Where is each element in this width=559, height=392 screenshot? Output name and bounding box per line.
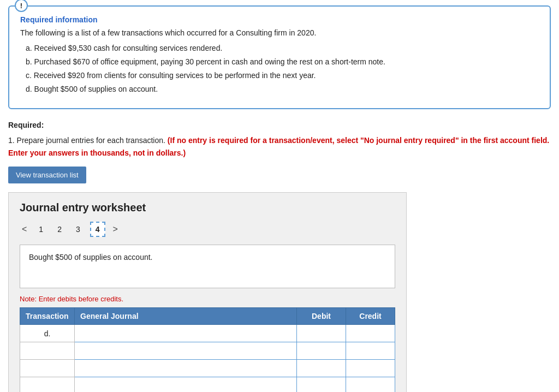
step-label: 1. Prepare journal entries for each tran… — [8, 136, 165, 145]
info-box-intro: The following is a list of a few transac… — [20, 28, 539, 37]
list-item: d. Bought $500 of supplies on account. — [26, 84, 539, 95]
list-item: b. Purchased $670 of office equipment, p… — [26, 56, 539, 68]
tab-2[interactable]: 2 — [53, 223, 66, 236]
info-box-title: Required information — [20, 15, 539, 24]
credit-cell[interactable] — [346, 377, 395, 392]
info-icon: ! — [15, 0, 28, 12]
journal-cell[interactable] — [75, 325, 297, 342]
col-general-journal: General Journal — [75, 308, 297, 325]
tab-1[interactable]: 1 — [34, 223, 47, 236]
transaction-list: a. Received $9,530 cash for consulting s… — [20, 43, 539, 95]
worksheet-title: Journal entry worksheet — [20, 201, 395, 214]
debit-cell[interactable] — [297, 325, 346, 342]
prev-arrow[interactable]: < — [20, 223, 29, 235]
required-label: Required: — [8, 121, 44, 129]
journal-cell[interactable] — [75, 377, 297, 392]
transaction-cell: d. — [20, 325, 75, 342]
transaction-cell — [20, 377, 75, 392]
debit-input[interactable] — [301, 347, 341, 355]
journal-cell[interactable] — [75, 342, 297, 360]
journal-table: Transaction General Journal Debit Credit… — [20, 307, 395, 392]
journal-cell[interactable] — [75, 360, 297, 377]
tab-4[interactable]: 4 — [90, 222, 105, 237]
table-row — [20, 360, 395, 377]
debit-input[interactable] — [301, 365, 341, 373]
next-arrow[interactable]: > — [111, 223, 120, 235]
debit-cell[interactable] — [297, 342, 346, 360]
list-item: a. Received $9,530 cash for consulting s… — [26, 43, 539, 54]
transaction-description: Bought $500 of supplies on account. — [20, 245, 395, 288]
info-box: ! Required information The following is … — [8, 5, 551, 109]
credit-cell[interactable] — [346, 325, 395, 342]
tab-3[interactable]: 3 — [72, 223, 85, 236]
credit-input[interactable] — [350, 347, 390, 355]
transaction-cell — [20, 360, 75, 377]
credit-input[interactable] — [350, 365, 390, 373]
required-section: Required: 1. Prepare journal entries for… — [8, 119, 551, 159]
debit-input[interactable] — [301, 330, 341, 338]
journal-input[interactable] — [79, 365, 292, 373]
credit-input[interactable] — [350, 382, 390, 390]
debit-input[interactable] — [301, 382, 341, 390]
debit-cell[interactable] — [297, 360, 346, 377]
credit-input[interactable] — [350, 330, 390, 338]
col-transaction: Transaction — [20, 308, 75, 325]
credit-cell[interactable] — [346, 360, 395, 377]
journal-entry-worksheet: Journal entry worksheet < 1 2 3 4 > Boug… — [8, 192, 407, 392]
journal-input[interactable] — [79, 330, 292, 338]
journal-input[interactable] — [79, 382, 292, 390]
transaction-cell — [20, 342, 75, 360]
table-row — [20, 377, 395, 392]
journal-input[interactable] — [79, 347, 292, 355]
view-transaction-button[interactable]: View transaction list — [8, 167, 86, 183]
col-credit: Credit — [346, 308, 395, 325]
debit-cell[interactable] — [297, 377, 346, 392]
tab-navigation: < 1 2 3 4 > — [20, 222, 395, 237]
note-text: Note: Enter debits before credits. — [20, 295, 395, 303]
table-row: d. — [20, 325, 395, 342]
table-row — [20, 342, 395, 360]
list-item: c. Received $920 from clients for consul… — [26, 70, 539, 81]
credit-cell[interactable] — [346, 342, 395, 360]
col-debit: Debit — [297, 308, 346, 325]
